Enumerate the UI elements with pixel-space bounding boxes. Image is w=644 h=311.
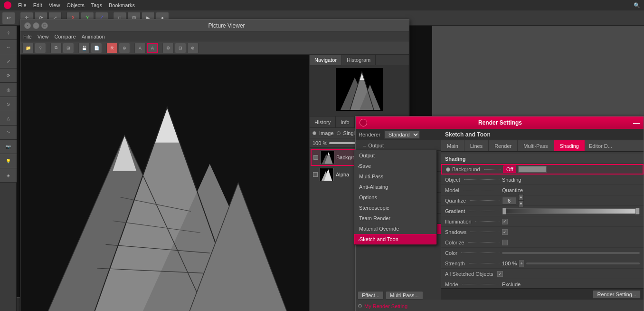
rs-strength-spin[interactable]: + [519,260,524,267]
pv-menu-file[interactable]: File [23,34,32,39]
menu-objects[interactable]: Objects [66,2,84,8]
pv-menubar: File View Compare Animation [20,32,409,41]
menu-team-render[interactable]: Team Render [354,213,436,224]
layer-thumb-background [320,151,334,164]
menu-output[interactable]: Output [354,150,436,161]
rs-multipass-btn[interactable]: Multi-Pass... [386,291,423,300]
move-tool[interactable]: ↔ [0,40,17,54]
menu-edit[interactable]: Edit [33,2,42,8]
pv-settings-btn[interactable]: ⚙ [162,43,174,53]
rs-renderer-label: Renderer [359,132,380,137]
rs-label-strength: Strength [445,261,465,266]
menu-options[interactable]: Options [354,192,436,203]
pv-title: Picture Viewer [48,22,405,29]
menu-bookmarks[interactable]: Bookmarks [109,2,135,8]
rs-left-bottom-buttons: Effect... Multi-Pass... [356,289,441,300]
radio-single-pass[interactable] [337,131,341,135]
pv-channel-btn[interactable]: ⊛ [187,43,199,53]
rs-spin-up[interactable]: ▲ [518,194,524,201]
pv-tab-history[interactable]: History [310,117,336,128]
rs-check-all-sketched[interactable]: ✓ [497,271,503,277]
rs-check-illumination[interactable]: ✓ [502,219,508,224]
rs-tab-shading[interactable]: Shading [554,140,585,151]
poly-tool[interactable]: △ [0,111,17,126]
pv-menu-compare[interactable]: Compare [54,34,76,39]
deformer-tool[interactable]: 〜 [0,126,17,140]
rs-tab-multipass[interactable]: Multi-Pass [518,140,554,151]
scale-tool[interactable]: ⤢ [0,54,17,68]
radio-image[interactable] [313,131,316,135]
menu-material-override[interactable]: Material Override [354,224,436,234]
pv-menu-view[interactable]: View [38,34,49,39]
light-tool[interactable]: 💡 [0,154,17,168]
rotate-tool[interactable]: ⟳ [0,68,17,83]
layer-checkbox-background[interactable] [313,155,318,160]
menu-file[interactable]: File [18,2,27,8]
undo-btn[interactable]: ↩ [2,12,15,24]
rs-tab-render[interactable]: Render [489,140,518,151]
pv-save-btn[interactable]: 💾 [78,43,90,53]
select-tool[interactable]: ⊹ [0,26,17,40]
rs-label-quantize: Quantize [445,198,466,204]
rs-row-gradient: Gradient [441,206,644,216]
pv-renderall-btn[interactable]: ⊕ [119,43,130,53]
layer-checkbox-alpha[interactable] [313,172,318,177]
rs-spin-down[interactable]: ▼ [518,201,524,207]
pv-text2-btn[interactable]: A [147,43,158,53]
rs-grad-handle-right[interactable] [635,208,639,214]
pv-render-btn[interactable]: R [106,43,118,53]
pv-open-btn[interactable]: 📁 [22,43,34,53]
menu-multi-pass[interactable]: Multi-Pass [354,171,436,182]
pv-maximize-btn[interactable]: □ [41,22,48,29]
pv-close-btn[interactable]: × [24,22,31,29]
rs-value-model: Quantize [502,187,523,193]
pv-main-canvas[interactable] [20,55,309,311]
rs-effect-btn[interactable]: Effect... [358,291,384,300]
rs-row-background: Background Off [441,164,644,175]
rs-color-slider[interactable] [502,252,640,254]
search-icon[interactable]: 🔍 [634,2,640,9]
rs-background-value-btn[interactable]: Off [503,165,516,173]
rs-check-shadows[interactable]: ✓ [502,229,508,235]
menu-view[interactable]: View [49,2,60,8]
rs-tab-editor[interactable]: Editor D... [585,140,616,151]
rs-check-colorize[interactable] [502,240,508,245]
rs-grad-handle-left[interactable] [502,208,506,214]
menu-anti-aliasing[interactable]: Anti-Aliasing [354,182,436,192]
pv-minimize-btn[interactable]: – [33,22,39,29]
rs-row-all-sketched: All Sketched Objects ✓ [441,269,644,279]
menu-save[interactable]: Save [354,161,436,171]
pv-content: Navigator Histogram Hist [20,55,409,311]
rs-right-panel: Sketch and Toon Main Lines Render Multi-… [441,129,644,300]
pv-help-btn[interactable]: ? [35,43,46,53]
rs-label-object: Object [445,177,460,183]
rs-render-setting-btn[interactable]: Render Setting... [593,290,641,299]
material-tool[interactable]: ◈ [0,168,17,183]
pv-tab-histogram[interactable]: Histogram [342,55,376,65]
pv-saveas-btn[interactable]: 📄 [91,43,102,53]
camera-tool[interactable]: 📷 [0,140,17,154]
rs-row-mode: Mode Exclude [441,279,644,288]
rs-tab-main[interactable]: Main [441,140,464,151]
rs-background-color[interactable] [518,166,547,173]
pv-copy-btn[interactable]: ⧉ [50,43,62,53]
rs-quantize-input[interactable] [502,197,516,204]
rs-strength-slider[interactable] [526,262,640,264]
pv-compare-btn[interactable]: ⊡ [175,43,186,53]
pv-menu-animation[interactable]: Animation [82,34,105,39]
rs-radio-background[interactable] [446,167,450,172]
menu-stereoscopic[interactable]: Stereoscopic [354,203,436,213]
pv-tab-navigator[interactable]: Navigator [310,55,342,65]
rs-renderer-select[interactable]: Standard [384,130,420,139]
menu-sketch-and-toon[interactable]: Sketch and Toon [354,234,436,244]
rs-close-btn[interactable]: — [633,119,640,126]
null-obj[interactable]: ◎ [0,83,17,97]
pv-tab-info[interactable]: Info [336,117,354,128]
rs-gradient-track[interactable] [502,208,640,214]
rs-tab-lines[interactable]: Lines [464,140,489,151]
pv-text-btn[interactable]: A [134,43,146,53]
spline-tool[interactable]: S [0,97,17,111]
rs-menu-output[interactable]: Output [356,140,441,151]
pv-paste-btn[interactable]: ⊞ [63,43,74,53]
menu-tags[interactable]: Tags [91,2,102,8]
